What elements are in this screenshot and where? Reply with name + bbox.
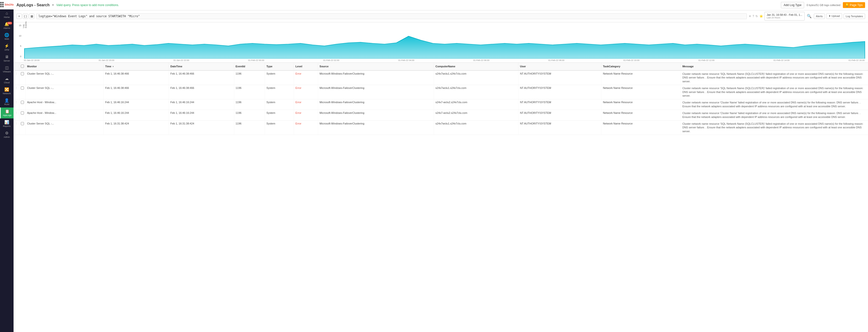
search-button[interactable]: 🔍 — [806, 13, 812, 19]
select-all-checkbox[interactable] — [21, 65, 24, 68]
row-taskcategory: Network Name Resource — [601, 99, 681, 110]
sidebar-item-network[interactable]: 🔀 Network — [0, 86, 13, 96]
sidebar-item-reports[interactable]: 📊 Reports — [0, 118, 13, 129]
date-range-button[interactable]: Jan 31, 16:58:43 - Feb 01, 1... Last 24 … — [765, 12, 804, 21]
row-checkbox[interactable] — [19, 71, 26, 85]
col-header-monitor[interactable]: Monitor — [26, 63, 104, 71]
sidebar-item-applogs[interactable]: 📋 AppLogs — [0, 108, 13, 118]
page-tips-button[interactable]: 💡 Page Tips — [843, 2, 865, 8]
col-header-computername[interactable]: ComputerName — [434, 63, 519, 71]
row-message: Cluster network name resource 'SQL Netwo… — [681, 71, 868, 85]
row-type: System — [265, 71, 294, 85]
clear-icon[interactable]: ✕ — [749, 15, 751, 18]
sidebar-label-rum: RUM — [4, 103, 9, 106]
help-icon[interactable]: ? — [753, 15, 754, 18]
x-label-10: 01-Feb-22 14:00 — [773, 59, 789, 61]
col-header-time[interactable]: Time ▼ — [103, 63, 169, 71]
table-row: ⋮ Apache Host - Window... Feb 1, 16:46:1… — [13, 110, 868, 120]
col-header-user[interactable]: User — [519, 63, 601, 71]
row-dots[interactable]: ⋮ — [13, 110, 19, 120]
row-eventid: 1196 — [234, 110, 265, 120]
col-header-checkbox[interactable] — [19, 63, 26, 71]
bytes-info: 0 bytes/51 GB logs collected — [807, 4, 840, 6]
sidebar-item-rum[interactable]: 👤 RUM — [0, 96, 13, 108]
x-label-5: 01-Feb-22 04:00 — [398, 59, 414, 61]
row-time: Feb 1, 16:31:38:424 — [103, 120, 169, 135]
date-range-line2: Last 24 Hours — [767, 17, 780, 19]
list-view-icon[interactable]: ≡ — [17, 13, 22, 19]
col-header-message[interactable]: Message — [681, 63, 868, 71]
cloud-icon: ☁ — [5, 77, 9, 81]
x-label-7: 01-Feb-22 08:00 — [549, 59, 565, 61]
add-log-type-button[interactable]: Add Log Type — [781, 2, 804, 8]
title-dropdown-arrow[interactable]: ▼ — [52, 3, 55, 7]
row-datetime: Feb 1, 16:46:16:244 — [169, 99, 234, 110]
row-message: Cluster network name resource 'Cluster N… — [681, 99, 868, 110]
bookmark-icon[interactable]: ⭐ — [760, 15, 763, 18]
logo-grid — [0, 2, 4, 7]
sidebar-item-apm[interactable]: ⚡ APM — [0, 42, 13, 53]
row-eventid: 1196 — [234, 71, 265, 85]
admin-icon: ⚙ — [5, 131, 8, 135]
refresh-icon[interactable]: ↻ — [755, 15, 758, 18]
date-range-line1: Jan 31, 16:58:43 - Feb 01, 1... — [767, 13, 802, 17]
row-monitor: Cluster Server SQL -... — [26, 71, 104, 85]
sidebar-label-cloud: Cloud — [4, 81, 10, 84]
row-checkbox[interactable] — [19, 110, 26, 120]
col-header-level[interactable]: Level — [294, 63, 318, 71]
row-dots[interactable]: ⋮ — [13, 71, 19, 85]
row-checkbox[interactable] — [19, 99, 26, 110]
x-label-4: 01-Feb-22 02:00 — [323, 59, 339, 61]
row-user: NT AUTHORITY\SYSTEM — [519, 120, 601, 135]
sidebar-item-cloud[interactable]: ☁ Cloud — [0, 75, 13, 86]
sidebar-item-home[interactable]: ⌂ Home — [0, 9, 13, 20]
row-dots[interactable]: ⋮ — [13, 99, 19, 110]
row-time: Feb 1, 16:46:38:466 — [103, 85, 169, 99]
col-header-dots — [13, 63, 19, 71]
row-dots[interactable]: ⋮ — [13, 120, 19, 135]
row-taskcategory: Network Name Resource — [601, 85, 681, 99]
page-tips-label: Page Tips — [850, 3, 863, 7]
top-header: AppLogs - Search ▼ Valid query. Press sp… — [13, 0, 868, 10]
col-header-type[interactable]: Type — [265, 63, 294, 71]
sidebar-label-admin: Admin — [4, 136, 10, 138]
row-type: System — [265, 120, 294, 135]
server-icon: 🖥 — [5, 55, 9, 59]
sidebar-item-alarms[interactable]: 🔔 99+ Alarms — [0, 20, 13, 31]
sidebar-item-admin[interactable]: ⚙ Admin — [0, 129, 13, 140]
chart-area: 15 10 5 0 Log Events — [13, 22, 868, 63]
x-label-6: 01-Feb-22 06:00 — [473, 59, 489, 61]
table-body: ⋮ Cluster Server SQL -... Feb 1, 16:46:3… — [13, 71, 868, 135]
upload-button[interactable]: ⬆ Upload — [827, 13, 842, 19]
row-user: NT AUTHORITY\SYSTEM — [519, 71, 601, 85]
home-icon: ⌂ — [6, 11, 8, 15]
filter-icon[interactable]: ▦ — [29, 13, 34, 19]
alerts-button[interactable]: Alerts — [814, 13, 825, 19]
query-input[interactable] — [36, 13, 747, 19]
col-header-datetime[interactable]: DateTime — [169, 63, 234, 71]
row-dots[interactable]: ⋮ — [13, 85, 19, 99]
sidebar-item-web[interactable]: 🌐 Web — [0, 31, 13, 42]
row-datetime: Feb 1, 16:46:38:466 — [169, 85, 234, 99]
col-header-source[interactable]: Source — [318, 63, 434, 71]
sidebar-item-server[interactable]: 🖥 Server — [0, 53, 13, 64]
row-user: NT AUTHORITY\SYSTEM — [519, 99, 601, 110]
x-label-11: 01-Feb-22 16:00 — [848, 59, 865, 61]
row-eventid: 1196 — [234, 99, 265, 110]
table-row: ⋮ Cluster Server SQL -... Feb 1, 16:46:3… — [13, 85, 868, 99]
sidebar-item-vmware[interactable]: ◫ VMware — [0, 64, 13, 75]
row-checkbox[interactable] — [19, 85, 26, 99]
col-header-taskcategory[interactable]: TaskCategory — [601, 63, 681, 71]
row-checkbox[interactable] — [19, 120, 26, 135]
log-templates-button[interactable]: Log Templates — [843, 13, 865, 19]
row-user: NT AUTHORITY\SYSTEM — [519, 85, 601, 99]
svg-marker-0 — [24, 36, 865, 59]
row-monitor: Apache Host - Window... — [26, 99, 104, 110]
x-label-2: 31-Jan-22 22:00 — [173, 59, 189, 61]
row-type: System — [265, 99, 294, 110]
table-row: ⋮ Cluster Server SQL -... Feb 1, 16:46:3… — [13, 71, 868, 85]
col-header-eventid[interactable]: EventId — [234, 63, 265, 71]
json-view-icon[interactable]: { } — [23, 13, 28, 19]
row-level: Error — [294, 99, 318, 110]
table-header-row: Monitor Time ▼ DateTime EventId Type Lev… — [13, 63, 868, 71]
